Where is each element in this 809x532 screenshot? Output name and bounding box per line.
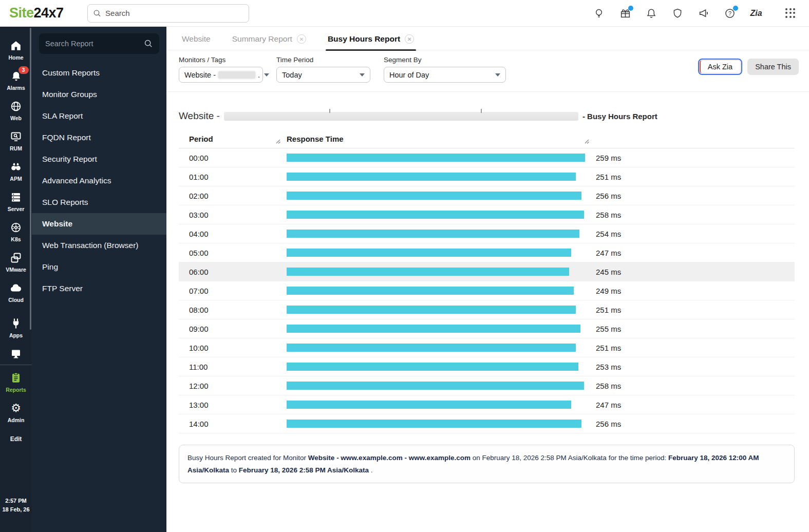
tab-busy-hours-report[interactable]: Busy Hours Report ✕	[328, 34, 414, 50]
sidebar-item-alarms[interactable]: 3 Alarms	[0, 65, 32, 96]
sidebar-item-cloud[interactable]: Cloud	[0, 277, 32, 308]
response-bar	[287, 363, 578, 371]
apps-grid-icon[interactable]	[785, 8, 796, 18]
primary-nav-rail: Home 3 Alarms Web RUM APM Server K8s	[0, 27, 32, 532]
ask-zia-button[interactable]: Ask Zia	[698, 59, 742, 75]
period-cell: 04:00	[179, 230, 287, 238]
gift-icon[interactable]	[619, 7, 631, 20]
sidebar-item-apm[interactable]: APM	[0, 156, 32, 186]
sidebar-item-admin[interactable]: ⚙ Admin	[0, 397, 32, 428]
shield-icon[interactable]	[671, 7, 684, 20]
table-row[interactable]: 01:00 251 ms	[179, 167, 795, 186]
sidebar-item-edit[interactable]: Edit	[0, 431, 32, 447]
period-cell: 10:00	[179, 344, 287, 352]
subnav-item-ftp-server[interactable]: FTP Server	[32, 278, 166, 299]
subnav-item-monitor-groups[interactable]: Monitor Groups	[32, 84, 166, 105]
subnav-item-fqdn-report[interactable]: FQDN Report	[32, 127, 166, 148]
filter-monitors-tags: Monitors / Tags Website - .	[179, 56, 263, 83]
table-row[interactable]: 14:00 256 ms	[179, 414, 795, 433]
table-row[interactable]: 04:00 254 ms	[179, 224, 795, 243]
sidebar-item-web[interactable]: Web	[0, 96, 32, 126]
subnav-item-web-transaction[interactable]: Web Transaction (Browser)	[32, 235, 166, 256]
sidebar-item-home[interactable]: Home	[0, 35, 32, 65]
bulb-icon[interactable]	[593, 7, 605, 20]
response-value: 245 ms	[596, 268, 621, 276]
sidebar-item-rum[interactable]: RUM	[0, 126, 32, 156]
plug-icon	[10, 317, 22, 330]
bar-cell	[287, 287, 586, 295]
table-row[interactable]: 12:00 258 ms	[179, 376, 795, 395]
monitors-tags-dropdown[interactable]: Website - .	[179, 67, 263, 83]
global-search[interactable]	[87, 4, 249, 23]
help-icon[interactable]: ?	[724, 7, 736, 20]
report-search[interactable]	[39, 33, 159, 54]
table-row[interactable]: 06:00 245 ms	[179, 262, 795, 281]
global-search-input[interactable]	[105, 9, 243, 17]
binoculars-icon	[10, 161, 22, 173]
site24x7-logo[interactable]: Site24x7	[9, 5, 64, 21]
sidebar-item-apps[interactable]: Apps	[0, 313, 32, 343]
subnav-item-security-report[interactable]: Security Report	[32, 148, 166, 170]
period-cell: 05:00	[179, 249, 287, 257]
sidebar-item-vmware[interactable]: VMware	[0, 247, 32, 277]
time-period-dropdown[interactable]: Today	[276, 67, 370, 83]
rail-scrollbar[interactable]	[30, 28, 31, 330]
megaphone-icon[interactable]	[698, 7, 710, 20]
report-title: Website - - Busy Hours Report	[179, 110, 795, 122]
column-resize-icon[interactable]	[275, 137, 281, 146]
home-icon	[10, 40, 22, 52]
chevron-down-icon	[360, 73, 365, 77]
segment-by-dropdown[interactable]: Hour of Day	[384, 67, 506, 83]
response-value: 256 ms	[596, 420, 621, 428]
subnav-item-sla-report[interactable]: SLA Report	[32, 105, 166, 127]
filter-bar: Monitors / Tags Website - . Time Period …	[166, 50, 809, 92]
table-row[interactable]: 10:00 251 ms	[179, 338, 795, 357]
svg-text:?: ?	[728, 10, 731, 16]
subnav-item-ping[interactable]: Ping	[32, 256, 166, 278]
sidebar-item-reports[interactable]: Reports	[0, 367, 32, 397]
redacted-monitor-name	[218, 71, 255, 79]
response-bar	[287, 382, 584, 390]
response-bar	[287, 344, 576, 352]
bar-cell	[287, 249, 586, 257]
response-value: 251 ms	[596, 344, 621, 352]
response-value: 258 ms	[596, 382, 621, 390]
period-cell: 14:00	[179, 420, 287, 428]
close-icon[interactable]: ✕	[297, 34, 306, 44]
table-row[interactable]: 00:00 259 ms	[179, 148, 795, 167]
response-bar	[287, 401, 571, 409]
monitor-search-icon	[10, 130, 22, 143]
sidebar-item-desktop[interactable]	[0, 343, 32, 364]
kubernetes-icon	[10, 221, 22, 234]
response-time-column-header[interactable]: Response Time	[287, 135, 344, 143]
table-row[interactable]: 08:00 251 ms	[179, 300, 795, 319]
response-value: 251 ms	[596, 306, 621, 314]
subnav-item-slo-reports[interactable]: SLO Reports	[32, 192, 166, 213]
logo-green-part: Site	[9, 5, 34, 21]
table-row[interactable]: 13:00 247 ms	[179, 395, 795, 414]
tab-website[interactable]: Website	[182, 34, 211, 50]
sidebar-item-k8s[interactable]: K8s	[0, 217, 32, 247]
filter-segment-by: Segment By Hour of Day	[384, 56, 506, 83]
subnav-item-custom-reports[interactable]: Custom Reports	[32, 62, 166, 84]
share-this-button[interactable]: Share This	[747, 59, 799, 75]
close-icon[interactable]: ✕	[405, 34, 414, 44]
tab-summary-report[interactable]: Summary Report ✕	[232, 34, 306, 50]
bell-icon[interactable]	[645, 7, 657, 20]
table-row[interactable]: 05:00 247 ms	[179, 243, 795, 262]
column-resize-icon[interactable]	[584, 137, 590, 146]
zia-icon[interactable]: Zia	[750, 7, 762, 20]
rail-divider	[0, 365, 32, 365]
table-row[interactable]: 09:00 255 ms	[179, 319, 795, 338]
report-search-input[interactable]	[45, 40, 144, 48]
table-row[interactable]: 03:00 258 ms	[179, 205, 795, 224]
subnav-item-website[interactable]: Website	[32, 213, 166, 235]
table-row[interactable]: 07:00 249 ms	[179, 281, 795, 300]
table-row[interactable]: 11:00 253 ms	[179, 357, 795, 376]
subnav-item-advanced-analytics[interactable]: Advanced Analytics	[32, 170, 166, 192]
table-row[interactable]: 02:00 256 ms	[179, 186, 795, 205]
sidebar-item-server[interactable]: Server	[0, 186, 32, 217]
response-value: 247 ms	[596, 249, 621, 257]
period-column-header[interactable]: Period	[179, 135, 287, 143]
search-icon	[93, 9, 102, 18]
